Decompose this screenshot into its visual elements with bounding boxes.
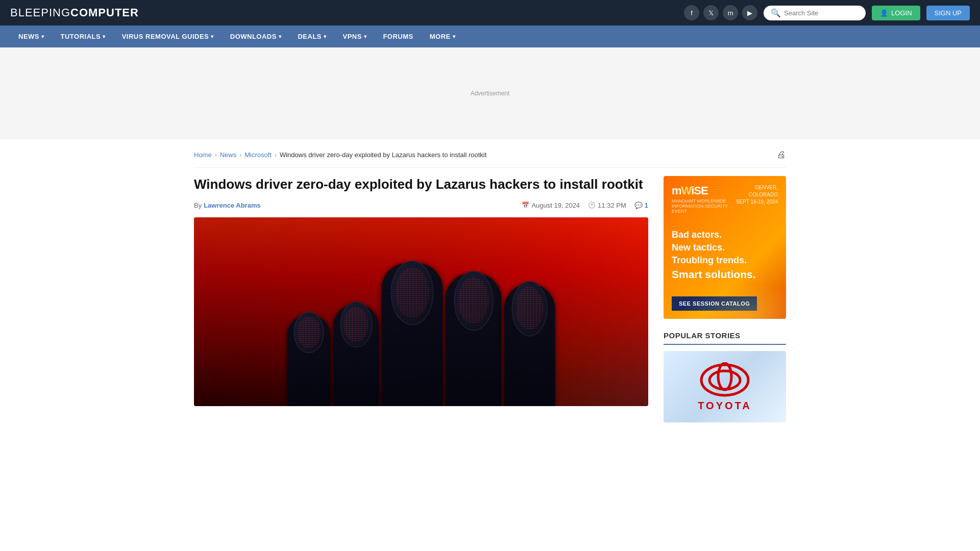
top-ad-banner: Advertisement [0, 47, 980, 139]
print-icon[interactable]: 🖨 [777, 149, 786, 160]
signup-label: SIGN UP [935, 9, 962, 17]
logo-prefix: BLEEPING [10, 6, 70, 19]
breadcrumb-home[interactable]: Home [194, 151, 212, 159]
search-input[interactable] [784, 9, 859, 17]
nav-forums-label: FORUMS [383, 33, 413, 40]
nav-item-downloads[interactable]: DOWNLOADS ▾ [222, 26, 290, 47]
figures-container [287, 263, 555, 406]
search-icon: 🔍 [771, 8, 781, 18]
svg-point-1 [709, 371, 740, 389]
calendar-icon: 📅 [522, 202, 529, 209]
nav-downloads-arrow: ▾ [279, 34, 282, 39]
story-bg: TOYOTA [664, 351, 786, 422]
comments-badge[interactable]: 💬 1 [634, 202, 648, 209]
nav-downloads-label: DOWNLOADS [230, 33, 277, 40]
ad-wave [664, 278, 786, 319]
social-icons: f 𝕏 m ▶ [684, 5, 757, 20]
article-sidebar: mWiSE MANDIANT WORLDWIDEINFORMATION SECU… [664, 176, 786, 422]
popular-story-thumbnail[interactable]: TOYOTA [664, 351, 786, 422]
nav-item-deals[interactable]: DEALS ▾ [289, 26, 334, 47]
nav-news-arrow: ▾ [41, 34, 44, 39]
signup-button[interactable]: SIGN UP [926, 6, 970, 20]
nav-item-vpns[interactable]: VPNS ▾ [335, 26, 375, 47]
toyota-text: TOYOTA [698, 400, 751, 412]
nav-vpns-arrow: ▾ [364, 34, 367, 39]
article-time: 🕐 11:32 PM [588, 202, 626, 209]
nav-tutorials-label: TUTORIALS [61, 33, 101, 40]
site-logo[interactable]: BLEEPINGCOMPUTER [10, 6, 139, 19]
breadcrumb-sep-1: › [215, 152, 217, 159]
figure-5-head [293, 312, 324, 353]
figure-4 [333, 304, 379, 406]
login-button[interactable]: 👤 LOGIN [872, 6, 920, 20]
ad-tagline-1: Bad actors. [672, 229, 778, 241]
figure-2 [382, 263, 443, 406]
article-meta-right: 📅 August 19, 2024 🕐 11:32 PM 💬 1 [522, 202, 648, 209]
nav-item-more[interactable]: MORE ▾ [422, 26, 464, 47]
nav-item-virus[interactable]: VIRUS REMOVAL GUIDES ▾ [114, 26, 222, 47]
nav-more-arrow: ▾ [453, 34, 456, 39]
user-icon: 👤 [880, 9, 888, 17]
nav-deals-arrow: ▾ [324, 34, 327, 39]
nav-item-news[interactable]: NEWS ▾ [10, 26, 53, 47]
nav-virus-label: VIRUS REMOVAL GUIDES [122, 33, 209, 40]
by-label: By [194, 202, 202, 209]
comment-icon: 💬 [634, 202, 643, 209]
figure-3-head [454, 271, 493, 331]
site-header: BLEEPINGCOMPUTER f 𝕏 m ▶ 🔍 👤 LOGIN SIGN … [0, 0, 980, 26]
breadcrumb-sep-3: › [275, 152, 277, 159]
popular-stories-title: POPULAR STORIES [664, 331, 786, 345]
ad-date: SEPT 18-19, 2024 [733, 198, 778, 206]
ad-top: mWiSE MANDIANT WORLDWIDEINFORMATION SECU… [672, 184, 778, 214]
ad-tagline-3: Troubling trends. [672, 254, 778, 267]
ad-subtitle: MANDIANT WORLDWIDEINFORMATION SECURITY E… [672, 198, 733, 214]
date-text: August 19, 2024 [531, 202, 580, 209]
youtube-icon[interactable]: ▶ [742, 5, 757, 20]
ad-tagline-2: New tactics. [672, 241, 778, 254]
nav-more-label: MORE [430, 33, 451, 40]
ad-placeholder-text: Advertisement [471, 90, 510, 97]
comments-count: 1 [645, 202, 648, 209]
mastodon-icon[interactable]: m [723, 5, 738, 20]
breadcrumb-news[interactable]: News [220, 151, 237, 159]
nav-news-label: NEWS [18, 33, 39, 40]
ad-logo: mWiSE [672, 184, 733, 197]
breadcrumb-left: Home › News › Microsoft › Windows driver… [194, 151, 486, 159]
figure-1 [504, 284, 555, 406]
nav-item-forums[interactable]: FORUMS [375, 26, 421, 47]
ad-city: DENVER, COLORADO [733, 184, 778, 198]
twitter-icon[interactable]: 𝕏 [703, 5, 719, 20]
login-label: LOGIN [891, 9, 912, 17]
article-hero-image [194, 217, 648, 406]
nav-vpns-label: VPNS [343, 33, 362, 40]
article-date: 📅 August 19, 2024 [522, 202, 580, 209]
article-layout: Windows driver zero-day exploited by Laz… [194, 176, 786, 422]
breadcrumb-microsoft[interactable]: Microsoft [244, 151, 272, 159]
search-box[interactable]: 🔍 [764, 6, 866, 20]
article-meta: By Lawrence Abrams 📅 August 19, 2024 🕐 1… [194, 202, 648, 209]
facebook-icon[interactable]: f [684, 5, 699, 20]
clock-icon: 🕐 [588, 202, 596, 209]
figure-5 [287, 314, 331, 406]
breadcrumb: Home › News › Microsoft › Windows driver… [194, 149, 786, 168]
nav-tutorials-arrow: ▾ [103, 34, 106, 39]
header-right: f 𝕏 m ▶ 🔍 👤 LOGIN SIGN UP [684, 5, 970, 20]
figure-4-head [340, 302, 372, 347]
nav-virus-arrow: ▾ [211, 34, 214, 39]
article-title: Windows driver zero-day exploited by Laz… [194, 176, 648, 193]
svg-point-2 [718, 363, 731, 390]
toyota-logo-svg [699, 362, 750, 398]
article-main: Windows driver zero-day exploited by Laz… [194, 176, 648, 422]
nav-item-tutorials[interactable]: TUTORIALS ▾ [53, 26, 114, 47]
main-nav: NEWS ▾ TUTORIALS ▾ VIRUS REMOVAL GUIDES … [0, 26, 980, 47]
author-link[interactable]: Lawrence Abrams [204, 202, 261, 209]
logo-suffix: COMPUTER [70, 6, 139, 19]
time-text: 11:32 PM [598, 202, 626, 209]
main-container: Home › News › Microsoft › Windows driver… [184, 139, 796, 433]
figure-2-head [391, 261, 434, 325]
ad-logo-area: mWiSE MANDIANT WORLDWIDEINFORMATION SECU… [672, 184, 733, 214]
figure-3 [446, 273, 502, 406]
nav-deals-label: DEALS [298, 33, 322, 40]
figure-1-head [512, 281, 548, 336]
sidebar-ad[interactable]: mWiSE MANDIANT WORLDWIDEINFORMATION SECU… [664, 176, 786, 319]
